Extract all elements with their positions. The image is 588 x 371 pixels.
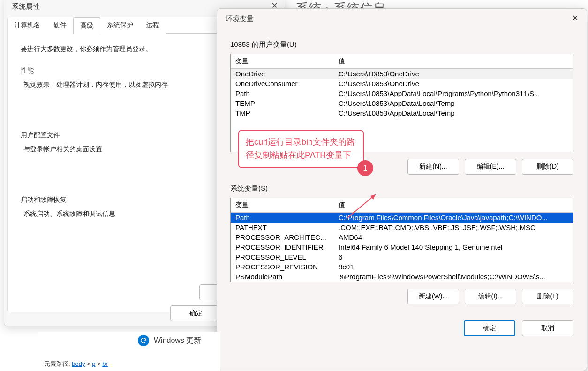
annotation-badge: 1 bbox=[357, 160, 373, 176]
var-value: C:\Users\10853\AppData\Local\Programs\Py… bbox=[334, 89, 573, 98]
var-name: TEMP bbox=[231, 98, 334, 108]
windows-update-row[interactable]: Windows 更新 bbox=[138, 333, 201, 353]
sys-vars-list[interactable]: 变量 值 PathC:\Program Files\Common Files\O… bbox=[230, 198, 573, 282]
sys-vars-buttons: 新建(W)... 编辑(I)... 删除(L) bbox=[230, 289, 573, 304]
sys-vars-label: 系统变量(S) bbox=[230, 184, 573, 193]
elpath-p-link[interactable]: p bbox=[92, 360, 95, 367]
table-row[interactable]: PROCESSOR_ARCHITECTUREAMD64 bbox=[231, 232, 573, 242]
var-name: PSModulePath bbox=[231, 272, 334, 282]
edit-button[interactable]: 编辑(E)... bbox=[465, 159, 516, 175]
table-row[interactable]: TEMPC:\Users\10853\AppData\Local\Temp bbox=[231, 98, 573, 108]
annotation-callout: 把curl运行目录bin文件夹的路径复制粘贴在此PATH变量下 1 bbox=[238, 130, 364, 168]
var-value: 6 bbox=[334, 252, 573, 262]
environment-variables-dialog: 环境变量 ✕ 10853 的用户变量(U) 变量 值 OneDriveC:\Us… bbox=[217, 8, 587, 371]
new-button[interactable]: 新建(N)... bbox=[407, 159, 459, 175]
table-row[interactable]: OneDriveC:\Users\10853\OneDrive bbox=[231, 69, 573, 79]
bottom-bar: Windows 更新 元素路径: body > p > br bbox=[38, 332, 220, 371]
var-name: Path bbox=[231, 89, 334, 98]
tab-system-protection[interactable]: 系统保护 bbox=[100, 17, 140, 34]
var-name: OneDriveConsumer bbox=[231, 79, 334, 89]
col-value[interactable]: 值 bbox=[334, 54, 573, 69]
annotation-text: 把curl运行目录bin文件夹的路径复制粘贴在此PATH变量下 bbox=[246, 137, 355, 160]
var-name: PROCESSOR_LEVEL bbox=[231, 252, 334, 262]
sync-icon bbox=[138, 335, 149, 346]
var-name: PROCESSOR_REVISION bbox=[231, 262, 334, 272]
table-row[interactable]: PROCESSOR_LEVEL6 bbox=[231, 252, 573, 262]
var-value: C:\Users\10853\OneDrive bbox=[334, 79, 573, 89]
annotation-arrow-icon bbox=[331, 192, 378, 239]
table-row[interactable]: PathC:\Program Files\Common Files\Oracle… bbox=[231, 213, 573, 223]
table-row[interactable]: TMPC:\Users\10853\AppData\Local\Temp bbox=[231, 108, 573, 118]
svg-marker-1 bbox=[370, 194, 376, 200]
delete-button[interactable]: 删除(D) bbox=[522, 159, 573, 175]
ok-button[interactable]: 确定 bbox=[170, 305, 222, 321]
delete-button[interactable]: 删除(L) bbox=[522, 289, 573, 304]
table-row[interactable]: PROCESSOR_IDENTIFIERIntel64 Family 6 Mod… bbox=[231, 242, 573, 252]
table-row[interactable]: PathC:\Users\10853\AppData\Local\Program… bbox=[231, 89, 573, 98]
cancel-button[interactable]: 取消 bbox=[522, 320, 573, 336]
element-path: 元素路径: body > p > br bbox=[44, 360, 108, 368]
dialog-body: 10853 的用户变量(U) 变量 值 OneDriveC:\Users\108… bbox=[217, 29, 587, 311]
elpath-label: 元素路径: bbox=[44, 360, 70, 367]
var-value: %ProgramFiles%\WindowsPowerShell\Modules… bbox=[334, 272, 573, 282]
windows-update-label: Windows 更新 bbox=[154, 336, 201, 346]
table-row[interactable]: OneDriveConsumerC:\Users\10853\OneDrive bbox=[231, 79, 573, 89]
tab-computer-name[interactable]: 计算机名 bbox=[8, 17, 47, 34]
var-value: Intel64 Family 6 Model 140 Stepping 1, G… bbox=[334, 242, 573, 252]
edit-button[interactable]: 编辑(I)... bbox=[465, 289, 516, 304]
close-icon[interactable]: ✕ bbox=[572, 14, 578, 22]
dialog-title: 环境变量 bbox=[217, 9, 587, 29]
var-value: C:\Users\10853\AppData\Local\Temp bbox=[334, 108, 573, 118]
var-name: Path bbox=[231, 213, 334, 223]
var-value: C:\Users\10853\AppData\Local\Temp bbox=[334, 98, 573, 108]
svg-line-0 bbox=[347, 194, 376, 218]
var-name: OneDrive bbox=[231, 69, 334, 79]
tab-remote[interactable]: 远程 bbox=[140, 17, 166, 34]
elpath-body-link[interactable]: body bbox=[72, 360, 85, 367]
var-value: 8c01 bbox=[334, 262, 573, 272]
var-value: C:\Users\10853\OneDrive bbox=[334, 69, 573, 79]
table-row[interactable]: PATHEXT.COM;.EXE;.BAT;.CMD;.VBS;.VBE;.JS… bbox=[231, 223, 573, 232]
dialog-footer: 确定 取消 bbox=[217, 311, 587, 336]
table-row[interactable]: PSModulePath%ProgramFiles%\WindowsPowerS… bbox=[231, 272, 573, 282]
new-button[interactable]: 新建(W)... bbox=[407, 289, 459, 304]
var-name: PROCESSOR_IDENTIFIER bbox=[231, 242, 334, 252]
user-vars-label: 10853 的用户变量(U) bbox=[230, 40, 573, 49]
ok-button[interactable]: 确定 bbox=[464, 320, 515, 336]
var-name: PROCESSOR_ARCHITECTURE bbox=[231, 232, 334, 242]
tab-advanced[interactable]: 高级 bbox=[73, 17, 100, 34]
col-variable[interactable]: 变量 bbox=[231, 198, 334, 213]
var-name: PATHEXT bbox=[231, 223, 334, 232]
table-row[interactable]: PROCESSOR_REVISION8c01 bbox=[231, 262, 573, 272]
col-variable[interactable]: 变量 bbox=[231, 54, 334, 69]
elpath-br-link[interactable]: br bbox=[102, 360, 108, 367]
var-name: TMP bbox=[231, 108, 334, 118]
tab-hardware[interactable]: 硬件 bbox=[47, 17, 73, 34]
